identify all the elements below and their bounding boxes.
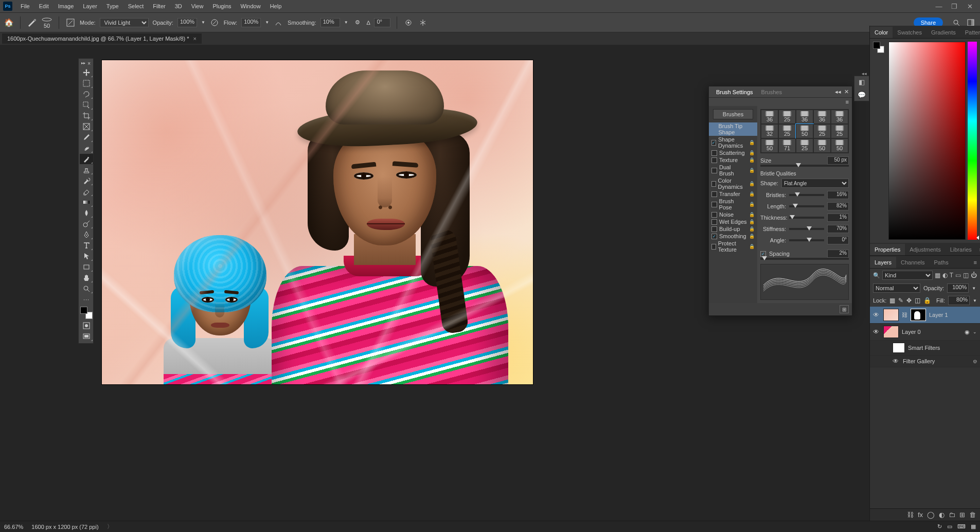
brush-preset-picker[interactable]: 50 <box>41 16 52 29</box>
quick-mask-button[interactable] <box>80 321 93 331</box>
menu-help[interactable]: Help <box>266 2 286 11</box>
menu-3d[interactable]: 3D <box>171 2 186 11</box>
stiffness-value[interactable]: 70% <box>827 225 849 233</box>
add-mask-icon[interactable]: ◯ <box>927 511 935 519</box>
status-info-chevron-icon[interactable]: 〉 <box>107 523 113 530</box>
filter-gallery-row[interactable]: 👁 Filter Gallery ⎊ <box>870 356 980 367</box>
brush-preset[interactable]: 50 <box>761 138 778 153</box>
brush-opt-brush-pose[interactable]: Brush Pose🔒 <box>709 198 757 211</box>
menu-file[interactable]: File <box>16 2 34 11</box>
foreground-background-swatch[interactable] <box>873 42 884 53</box>
brush-preset[interactable]: 36 <box>796 110 813 124</box>
crop-tool[interactable] <box>80 111 93 121</box>
layer-name[interactable]: Layer 0 <box>902 329 921 335</box>
eraser-tool[interactable] <box>80 186 93 197</box>
status-device-icon[interactable]: ⌨ <box>957 523 966 530</box>
new-brush-preset-button[interactable]: ⊞ <box>840 305 849 313</box>
brush-opt-noise[interactable]: Noise🔒 <box>709 211 757 218</box>
chevron-icon[interactable]: ⌄ <box>973 329 977 334</box>
brush-panel-close-icon[interactable]: ✕ <box>844 88 849 95</box>
brush-preset[interactable]: 25 <box>778 124 796 138</box>
brush-tool[interactable] <box>80 154 93 164</box>
pressure-opacity-icon[interactable] <box>209 17 220 28</box>
screen-mode-button[interactable] <box>80 331 93 342</box>
brush-shape-select[interactable]: Flat Angle <box>781 179 849 188</box>
brush-opt-transfer[interactable]: Transfer🔒 <box>709 190 757 198</box>
history-brush-tool[interactable] <box>80 175 93 186</box>
tab-properties[interactable]: Properties <box>870 244 905 255</box>
brush-angle-value[interactable]: 0° <box>827 236 849 244</box>
path-select-tool[interactable] <box>80 251 93 261</box>
brush-opt-color-dynamics[interactable]: Color Dynamics🔒 <box>709 177 757 190</box>
visibility-toggle-icon[interactable]: 👁 <box>873 328 880 335</box>
layer-item[interactable]: 👁 Layer 0 ◉ ⌄ <box>870 324 980 341</box>
layer-item[interactable]: 👁 ⛓ Layer 1 <box>870 307 980 324</box>
rectangle-tool[interactable] <box>80 262 93 272</box>
brush-settings-tab[interactable]: Brush Settings <box>712 87 757 97</box>
menu-edit[interactable]: Edit <box>35 2 53 11</box>
brush-opt-scattering[interactable]: Scattering🔒 <box>709 149 757 156</box>
stiffness-slider[interactable] <box>789 228 824 230</box>
new-layer-icon[interactable]: ⊞ <box>959 511 965 519</box>
brush-preset[interactable]: 71 <box>778 138 796 153</box>
symmetry-icon[interactable] <box>418 17 428 28</box>
brush-preset[interactable]: 50 <box>813 138 831 153</box>
window-close-button[interactable]: ✕ <box>963 1 977 12</box>
brush-opt-shape-dynamics[interactable]: Shape Dynamics🔒 <box>709 136 757 149</box>
hue-slider[interactable] <box>968 42 977 240</box>
tab-swatches[interactable]: Swatches <box>893 27 926 38</box>
tab-color[interactable]: Color <box>870 27 893 38</box>
menu-plugins[interactable]: Plugins <box>208 2 235 11</box>
status-grid-icon[interactable]: ▦ <box>971 523 976 530</box>
layer-filter-toggle-icon[interactable]: ⏻ <box>971 272 977 279</box>
tab-layers[interactable]: Layers <box>870 257 896 268</box>
new-adjustment-icon[interactable]: ◐ <box>939 511 945 519</box>
brush-preset[interactable]: 25 <box>813 124 831 138</box>
type-tool[interactable] <box>80 240 93 251</box>
smoothing-input[interactable]: 10% <box>320 18 340 27</box>
brush-preset[interactable]: 50 <box>831 138 848 153</box>
dodge-tool[interactable] <box>80 219 93 229</box>
menu-window[interactable]: Window <box>237 2 265 11</box>
zoom-level[interactable]: 66.67% <box>4 524 23 530</box>
visibility-toggle-icon[interactable]: 👁 <box>873 311 880 318</box>
home-icon[interactable]: 🏠 <box>4 18 14 27</box>
lock-all-icon[interactable]: 🔒 <box>923 297 931 304</box>
layer-mask-thumbnail[interactable] <box>911 309 926 321</box>
smart-filter-mask-thumbnail[interactable] <box>893 343 905 353</box>
spacing-value[interactable]: 2% <box>827 250 849 258</box>
brush-preset[interactable]: 25 <box>778 110 796 124</box>
tab-paths[interactable]: Paths <box>930 257 953 268</box>
brush-angle-slider[interactable] <box>789 239 824 241</box>
tab-libraries[interactable]: Libraries <box>946 244 976 255</box>
menu-layer[interactable]: Layer <box>79 2 101 11</box>
brush-tool-indicator-icon[interactable] <box>27 17 37 28</box>
mini-dock-expand-icon[interactable]: ◂◂ <box>862 71 867 76</box>
smoothing-dropdown-icon[interactable]: ▼ <box>344 20 348 25</box>
brush-opt-dual-brush[interactable]: Dual Brush🔒 <box>709 164 757 177</box>
spacing-checkbox[interactable]: ✓ <box>760 251 766 257</box>
new-group-icon[interactable]: 🗀 <box>949 511 955 519</box>
tab-adjustments[interactable]: Adjustments <box>905 244 946 255</box>
smart-filters-row[interactable]: Smart Filters <box>870 341 980 356</box>
opacity-dropdown-icon[interactable]: ▼ <box>201 20 205 25</box>
collapsed-panel-icon[interactable]: ◧ <box>859 78 865 86</box>
brush-tip-shape-row[interactable]: Brush Tip Shape <box>709 122 757 136</box>
brush-size-field[interactable]: 50 px <box>827 156 849 165</box>
clone-stamp-tool[interactable] <box>80 165 93 175</box>
brush-panel-collapse-icon[interactable]: ◂◂ <box>835 88 841 95</box>
hand-tool[interactable] <box>80 273 93 283</box>
visibility-toggle-icon[interactable]: 👁 <box>893 358 900 365</box>
brush-opt-build-up[interactable]: Build-up🔒 <box>709 225 757 233</box>
brushes-preset-button[interactable]: Brushes <box>713 109 753 119</box>
chevron-down-icon[interactable]: ▼ <box>972 286 976 291</box>
menu-select[interactable]: Select <box>124 2 148 11</box>
layer-name[interactable]: Layer 1 <box>929 312 948 318</box>
layer-blend-mode-select[interactable]: Normal <box>873 283 920 293</box>
brush-opt-protect-texture[interactable]: Protect Texture🔒 <box>709 240 757 253</box>
tab-gradients[interactable]: Gradients <box>926 27 960 38</box>
healing-tool[interactable] <box>80 143 93 153</box>
window-minimize-button[interactable]: — <box>932 1 946 12</box>
brush-preset[interactable]: 25 <box>831 124 848 138</box>
smoothing-options-icon[interactable]: ⚙ <box>352 17 363 28</box>
